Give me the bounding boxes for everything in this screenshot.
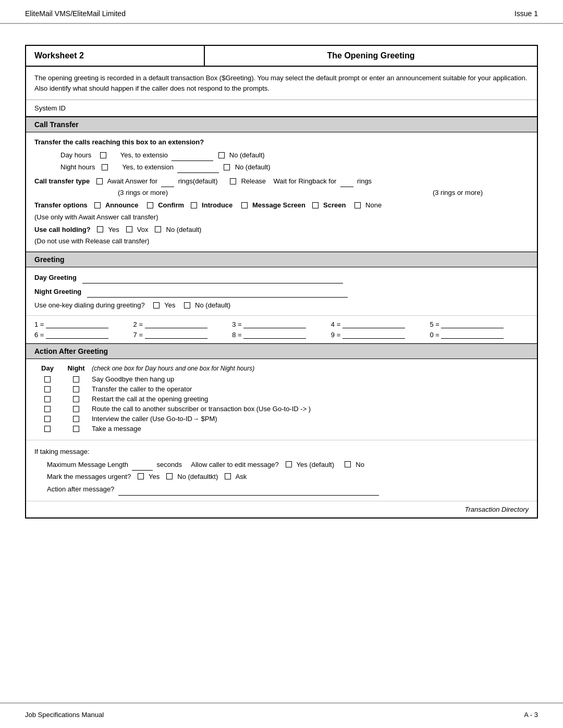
action4-night-cb[interactable] [73, 406, 79, 412]
action-header-row: Day Night (check one box for Day hours a… [34, 364, 529, 372]
footer-page: A - 3 [524, 711, 538, 719]
urgent-no-cb[interactable] [166, 473, 173, 479]
action2-day-cb[interactable] [44, 386, 51, 392]
action-content: Day Night (check one box for Day hours a… [26, 359, 537, 440]
ringback-rings-field[interactable] [340, 175, 353, 187]
action-row-3: Restart the call at the opening greeting [34, 395, 529, 403]
key-7: 7 = [133, 330, 232, 339]
introduce-checkbox[interactable] [191, 202, 197, 208]
max-message-row: Maximum Message Length seconds Allow cal… [47, 458, 529, 471]
message-screen-checkbox[interactable] [241, 202, 248, 208]
transfer-question: Transfer the calls reaching this box to … [34, 137, 529, 148]
night-no-default-checkbox[interactable] [224, 164, 230, 170]
greeting-content: Day Greeting Night Greeting Use one-key … [26, 267, 537, 316]
day-extension-field[interactable] [172, 149, 213, 161]
key-1: 1 = [34, 320, 133, 328]
action1-label: Say Goodbye then hang up [92, 375, 529, 383]
key-3: 3 = [232, 320, 331, 328]
urgent-yes-cb[interactable] [138, 473, 144, 479]
action1-day-cb[interactable] [44, 376, 51, 382]
intro-text: The opening greeting is recorded in a de… [26, 67, 537, 100]
action-day-label: Day [34, 364, 60, 372]
night-hours-row: Night hours Yes, to extension No (defaul… [60, 161, 529, 173]
action-row-6: Take a message [34, 425, 529, 433]
worksheet-title-right: The Opening Greeting [205, 46, 537, 66]
call-transfer-type-row: Call transfer type Await Answer for ring… [34, 175, 529, 187]
action-after-message-row: Action after message? [47, 483, 529, 495]
action-night-label: Night [60, 364, 92, 372]
action2-label: Transfer the caller to the operator [92, 385, 529, 393]
allow-edit-no-cb[interactable] [345, 461, 351, 467]
do-not-use-note: (Do not use with Release call transfer) [34, 236, 529, 247]
action-row-5: Interview the caller (Use Go-to-ID→ $PM) [34, 415, 529, 423]
action5-day-cb[interactable] [44, 416, 51, 422]
action3-label: Restart the call at the opening greeting [92, 395, 529, 403]
call-transfer-content: Transfer the calls reaching this box to … [26, 132, 537, 252]
action6-night-cb[interactable] [73, 426, 79, 432]
release-checkbox[interactable] [230, 178, 236, 184]
worksheet-container: Worksheet 2 The Opening Greeting The ope… [25, 45, 538, 519]
key-0: 0 = [430, 330, 529, 339]
use-only-await-note: (Use only with Await Answer call transfe… [34, 212, 529, 223]
worksheet-title-left: Worksheet 2 [26, 46, 205, 66]
transaction-dir-row: Transaction Directory [26, 501, 537, 517]
night-greeting-field[interactable] [87, 286, 348, 298]
onekey-yes-checkbox[interactable] [153, 302, 160, 309]
call-transfer-header: Call Transfer [26, 117, 537, 132]
rings-note-row: (3 rings or more) (3 rings or more) [118, 187, 483, 199]
key-2: 2 = [133, 320, 232, 328]
taking-message-section: If taking message: Maximum Message Lengt… [26, 440, 537, 501]
system-id-row: System ID [26, 100, 537, 117]
action-after-greeting-header: Action After Greeting [26, 343, 537, 359]
confirm-checkbox[interactable] [147, 202, 153, 208]
action4-day-cb[interactable] [44, 406, 51, 412]
action-row-4: Route the call to another subscriber or … [34, 405, 529, 413]
day-hours-checkbox[interactable] [100, 152, 106, 158]
footer-title: Job Specifications Manual [25, 711, 104, 719]
worksheet-header-row: Worksheet 2 The Opening Greeting [26, 46, 537, 67]
key-6: 6 = [34, 330, 133, 339]
action6-label: Take a message [92, 425, 529, 433]
mark-urgent-row: Mark the messages urgent? Yes No (defaul… [47, 471, 529, 483]
key-9: 9 = [331, 330, 430, 339]
holding-vox-checkbox[interactable] [126, 226, 132, 232]
key-5: 5 = [430, 320, 529, 328]
header-title: EliteMail VMS/EliteMail Limited [25, 9, 126, 18]
action-row-1: Say Goodbye then hang up [34, 375, 529, 383]
onekey-no-checkbox[interactable] [184, 302, 190, 309]
holding-no-checkbox[interactable] [155, 226, 161, 232]
header-issue: Issue 1 [515, 9, 538, 18]
action3-day-cb[interactable] [44, 396, 51, 402]
main-content: Worksheet 2 The Opening Greeting The ope… [0, 24, 563, 539]
action5-night-cb[interactable] [73, 416, 79, 422]
day-greeting-field[interactable] [82, 272, 343, 283]
screen-checkbox[interactable] [312, 202, 319, 208]
if-taking-message-label: If taking message: [34, 446, 529, 458]
action3-night-cb[interactable] [73, 396, 79, 402]
max-length-field[interactable] [132, 458, 153, 471]
night-greeting-row: Night Greeting [34, 286, 529, 298]
announce-checkbox[interactable] [94, 202, 101, 208]
night-hours-checkbox[interactable] [102, 164, 108, 170]
action1-night-cb[interactable] [73, 376, 79, 382]
none-checkbox[interactable] [354, 202, 361, 208]
action-row-2: Transfer the caller to the operator [34, 385, 529, 393]
allow-edit-yes-cb[interactable] [286, 461, 292, 467]
action-desc-label: (check one box for Day hours and one box… [92, 365, 529, 372]
night-extension-field[interactable] [177, 161, 219, 173]
call-holding-row: Use call holding? Yes Vox No (default) [34, 224, 529, 236]
holding-yes-checkbox[interactable] [97, 226, 103, 232]
action6-day-cb[interactable] [44, 426, 51, 432]
key-8: 8 = [232, 330, 331, 339]
action-after-message-field[interactable] [118, 483, 379, 495]
key-dialing-grid: 1 = 2 = 3 = 4 = 5 = 6 = 7 = 8 = 9 = 0 = [26, 316, 537, 343]
key-4: 4 = [331, 320, 430, 328]
urgent-ask-cb[interactable] [225, 473, 231, 479]
rings-field[interactable] [161, 175, 174, 187]
page-footer: Job Specifications Manual A - 3 [0, 702, 563, 728]
action2-night-cb[interactable] [73, 386, 79, 392]
day-no-default-checkbox[interactable] [218, 152, 225, 158]
day-hours-row: Day hours Yes, to extensio No (default) [60, 149, 529, 161]
transfer-type-checkbox[interactable] [96, 178, 103, 184]
greeting-header: Greeting [26, 252, 537, 267]
